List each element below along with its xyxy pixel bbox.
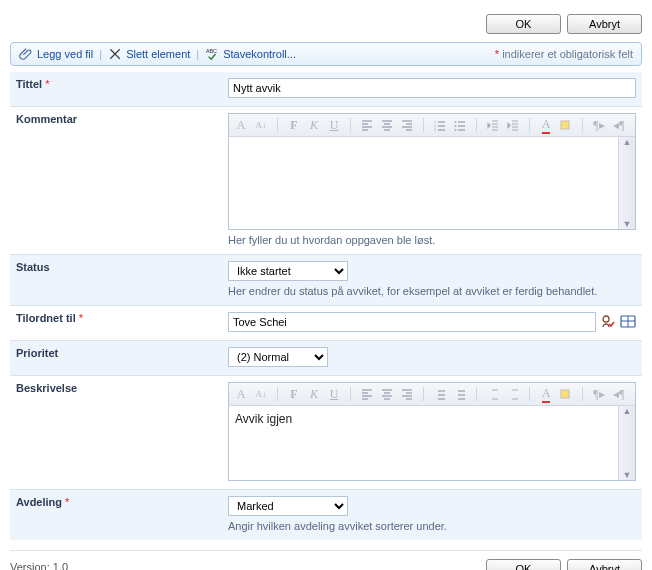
svg-text:ABC: ABC bbox=[206, 48, 217, 54]
font-icon[interactable]: A bbox=[233, 117, 249, 133]
textcolor-icon[interactable]: A bbox=[538, 117, 554, 133]
field-label-description: Beskrivelse bbox=[10, 376, 222, 490]
attach-file-link[interactable]: Legg ved fil bbox=[19, 47, 93, 61]
cancel-button[interactable]: Avbryt bbox=[567, 14, 642, 34]
comment-help: Her fyller du ut hvordan oppgaven ble lø… bbox=[228, 234, 636, 246]
highlight-icon[interactable] bbox=[558, 386, 574, 402]
ltr-icon[interactable]: ¶▸ bbox=[591, 386, 607, 402]
rt-toolbar: A A↓ F K U bbox=[229, 383, 635, 406]
comment-editor[interactable]: A A↓ F K U bbox=[228, 113, 636, 230]
comment-body[interactable]: ▲▼ bbox=[229, 137, 635, 229]
bottom-button-row: OK Avbryt bbox=[486, 559, 642, 570]
paperclip-icon bbox=[19, 47, 33, 61]
svg-point-8 bbox=[603, 316, 609, 322]
footer: Versjon: 1.0 Opprettet 04.12.2008 14:30 … bbox=[10, 550, 642, 570]
svg-rect-10 bbox=[561, 390, 569, 398]
svg-point-6 bbox=[455, 129, 457, 131]
rt-toolbar: A A↓ F K U bbox=[229, 114, 635, 137]
description-body[interactable]: Avvik igjen ▲▼ bbox=[229, 406, 635, 480]
spellcheck-icon: ABC bbox=[205, 47, 219, 61]
indent-icon[interactable] bbox=[505, 386, 521, 402]
form-dialog: OK Avbryt Legg ved fil | Slett element |… bbox=[0, 0, 652, 570]
action-toolbar: Legg ved fil | Slett element | ABC Stave… bbox=[10, 42, 642, 66]
top-button-row: OK Avbryt bbox=[10, 10, 642, 42]
field-label-assigned: Tilordnet til * bbox=[10, 306, 222, 341]
textcolor-icon[interactable]: A bbox=[538, 386, 554, 402]
align-center-icon[interactable] bbox=[379, 117, 395, 133]
delete-icon bbox=[108, 47, 122, 61]
separator: | bbox=[99, 48, 102, 60]
department-select[interactable]: Marked bbox=[228, 496, 348, 516]
list-ul-icon[interactable] bbox=[452, 117, 468, 133]
align-right-icon[interactable] bbox=[399, 117, 415, 133]
scroll-up-icon[interactable]: ▲ bbox=[623, 406, 632, 416]
align-left-icon[interactable] bbox=[359, 117, 375, 133]
priority-select[interactable]: (2) Normal bbox=[228, 347, 328, 367]
status-help: Her endrer du status på avviket, for eks… bbox=[228, 285, 636, 297]
field-label-department: Avdeling * bbox=[10, 490, 222, 541]
outdent-icon[interactable] bbox=[485, 117, 501, 133]
ok-button[interactable]: OK bbox=[486, 14, 561, 34]
field-label-priority: Prioritet bbox=[10, 341, 222, 376]
indent-icon[interactable] bbox=[505, 117, 521, 133]
svg-point-5 bbox=[455, 125, 457, 127]
department-help: Angir hvilken avdeling avviket sorterer … bbox=[228, 520, 636, 532]
italic-icon[interactable]: K bbox=[306, 117, 322, 133]
rtl-icon[interactable]: ◂¶ bbox=[611, 386, 627, 402]
field-label-status: Status bbox=[10, 255, 222, 306]
bold-icon[interactable]: F bbox=[286, 386, 302, 402]
spellcheck-label: Stavekontroll... bbox=[223, 48, 296, 60]
check-name-icon[interactable] bbox=[600, 314, 616, 330]
scroll-down-icon[interactable]: ▼ bbox=[623, 219, 632, 229]
scroll-up-icon[interactable]: ▲ bbox=[623, 137, 632, 147]
asterisk-icon: * bbox=[495, 48, 499, 60]
highlight-icon[interactable] bbox=[558, 117, 574, 133]
align-right-icon[interactable] bbox=[399, 386, 415, 402]
description-editor[interactable]: A A↓ F K U bbox=[228, 382, 636, 481]
meta-info: Versjon: 1.0 Opprettet 04.12.2008 14:30 … bbox=[10, 559, 226, 570]
scroll-down-icon[interactable]: ▼ bbox=[623, 470, 632, 480]
svg-rect-7 bbox=[561, 121, 569, 129]
underline-icon[interactable]: U bbox=[326, 386, 342, 402]
title-input[interactable] bbox=[228, 78, 636, 98]
list-ul-icon[interactable] bbox=[452, 386, 468, 402]
underline-icon[interactable]: U bbox=[326, 117, 342, 133]
fontsize-icon[interactable]: A↓ bbox=[253, 386, 269, 402]
cancel-button[interactable]: Avbryt bbox=[567, 559, 642, 570]
fontsize-icon[interactable]: A↓ bbox=[253, 117, 269, 133]
field-label-title: Tittel * bbox=[10, 72, 222, 107]
delete-label: Slett element bbox=[126, 48, 190, 60]
required-note: * indikerer et obligatorisk felt bbox=[495, 48, 633, 60]
spellcheck-link[interactable]: ABC Stavekontroll... bbox=[205, 47, 296, 61]
align-left-icon[interactable] bbox=[359, 386, 375, 402]
svg-point-4 bbox=[455, 121, 457, 123]
scrollbar[interactable]: ▲▼ bbox=[618, 406, 635, 480]
list-ol-icon[interactable] bbox=[432, 386, 448, 402]
svg-text:3: 3 bbox=[434, 127, 436, 132]
required-marker: * bbox=[65, 496, 69, 508]
bold-icon[interactable]: F bbox=[286, 117, 302, 133]
ok-button[interactable]: OK bbox=[486, 559, 561, 570]
required-marker: * bbox=[79, 312, 83, 324]
outdent-icon[interactable] bbox=[485, 386, 501, 402]
required-marker: * bbox=[45, 78, 49, 90]
browse-directory-icon[interactable] bbox=[620, 314, 636, 330]
ltr-icon[interactable]: ¶▸ bbox=[591, 117, 607, 133]
italic-icon[interactable]: K bbox=[306, 386, 322, 402]
field-label-comment: Kommentar bbox=[10, 107, 222, 255]
rtl-icon[interactable]: ◂¶ bbox=[611, 117, 627, 133]
status-select[interactable]: Ikke startet bbox=[228, 261, 348, 281]
delete-element-link[interactable]: Slett element bbox=[108, 47, 190, 61]
list-ol-icon[interactable]: 123 bbox=[432, 117, 448, 133]
attach-label: Legg ved fil bbox=[37, 48, 93, 60]
assigned-input[interactable] bbox=[228, 312, 596, 332]
align-center-icon[interactable] bbox=[379, 386, 395, 402]
scrollbar[interactable]: ▲▼ bbox=[618, 137, 635, 229]
form-table: Tittel * Kommentar A A↓ F bbox=[10, 72, 642, 540]
separator: | bbox=[196, 48, 199, 60]
font-icon[interactable]: A bbox=[233, 386, 249, 402]
